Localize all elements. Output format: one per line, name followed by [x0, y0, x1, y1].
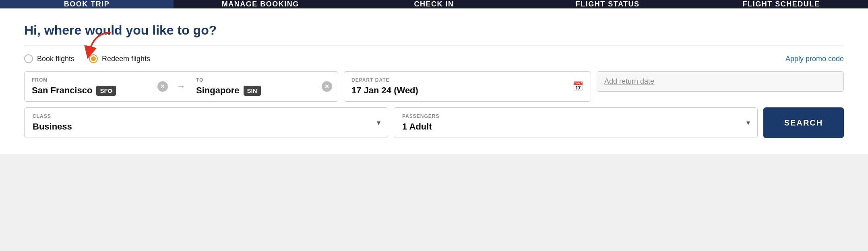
radio-options: Book flights Redeem flights	[24, 54, 150, 63]
depart-date-label: DEPART DATE	[351, 77, 568, 83]
class-value: Business	[33, 121, 380, 132]
passengers-value: 1 Adult	[402, 121, 749, 132]
promo-code-link[interactable]: Apply promo code	[785, 55, 844, 63]
book-flights-radio[interactable]	[24, 54, 33, 63]
class-label: CLASS	[33, 113, 380, 119]
add-return-date-text: Add return date	[604, 77, 654, 86]
depart-date-value: 17 Jan 24 (Wed)	[351, 85, 568, 96]
nav-item-manage-booking[interactable]: MANAGE BOOKING	[174, 0, 347, 8]
radio-row: Book flights Redeem flights	[24, 54, 844, 63]
route-arrow-icon: →	[174, 72, 189, 101]
from-city-row: San Francisco SFO	[32, 85, 166, 96]
book-flights-label: Book flights	[37, 55, 74, 63]
to-city-row: Singapore SIN	[196, 85, 331, 96]
nav-item-book-trip[interactable]: BOOK TRIP	[0, 0, 174, 8]
main-nav: BOOK TRIPMANAGE BOOKINGCHECK INFLIGHT ST…	[0, 0, 868, 8]
depart-date-field[interactable]: DEPART DATE 17 Jan 24 (Wed) 📅	[344, 71, 591, 102]
to-label: TO	[196, 77, 331, 83]
class-chevron-icon: ▾	[377, 118, 380, 127]
calendar-icon: 📅	[572, 81, 583, 92]
class-field[interactable]: CLASS Business ▾	[24, 107, 388, 138]
from-city-name: San Francisco	[32, 85, 92, 96]
to-airport-code: SIN	[244, 86, 261, 96]
to-field[interactable]: TO Singapore SIN ✕	[189, 72, 338, 101]
flight-route-box: FROM San Francisco SFO ✕ → TO Singapore …	[24, 71, 338, 102]
from-airport-code: SFO	[96, 86, 116, 96]
redeem-flights-option[interactable]: Redeem flights	[89, 54, 150, 63]
passengers-label: PASSENGERS	[402, 113, 749, 119]
nav-item-flight-schedule[interactable]: FLIGHT SCHEDULE	[694, 0, 868, 8]
from-label: FROM	[32, 77, 166, 83]
return-wrap: Add return date	[597, 71, 844, 102]
form-row-2: CLASS Business ▾ PASSENGERS 1 Adult ▾ SE…	[24, 107, 844, 138]
greeting-text: Hi, where would you like to go?	[24, 23, 844, 38]
to-city-name: Singapore	[196, 85, 240, 96]
passengers-field[interactable]: PASSENGERS 1 Adult ▾	[394, 107, 758, 138]
form-row-1: FROM San Francisco SFO ✕ → TO Singapore …	[24, 71, 844, 102]
nav-item-check-in[interactable]: CHECK IN	[347, 0, 521, 8]
return-date-field[interactable]: Add return date	[597, 71, 844, 92]
dates-wrapper: DEPART DATE 17 Jan 24 (Wed) 📅 Add return…	[344, 71, 844, 102]
to-clear-button[interactable]: ✕	[322, 81, 332, 92]
depart-wrap: DEPART DATE 17 Jan 24 (Wed) 📅	[344, 71, 591, 102]
from-clear-button[interactable]: ✕	[157, 81, 168, 92]
main-content: Hi, where would you like to go? Book fli…	[0, 8, 868, 154]
passengers-chevron-icon: ▾	[746, 118, 750, 127]
nav-item-flight-status[interactable]: FLIGHT STATUS	[521, 0, 694, 8]
search-button[interactable]: SEARCH	[763, 107, 844, 138]
depart-date-content: DEPART DATE 17 Jan 24 (Wed)	[351, 77, 568, 96]
divider	[24, 45, 844, 45]
book-flights-option[interactable]: Book flights	[24, 54, 74, 63]
red-arrow-icon	[82, 29, 118, 60]
from-field[interactable]: FROM San Francisco SFO ✕	[25, 72, 174, 101]
